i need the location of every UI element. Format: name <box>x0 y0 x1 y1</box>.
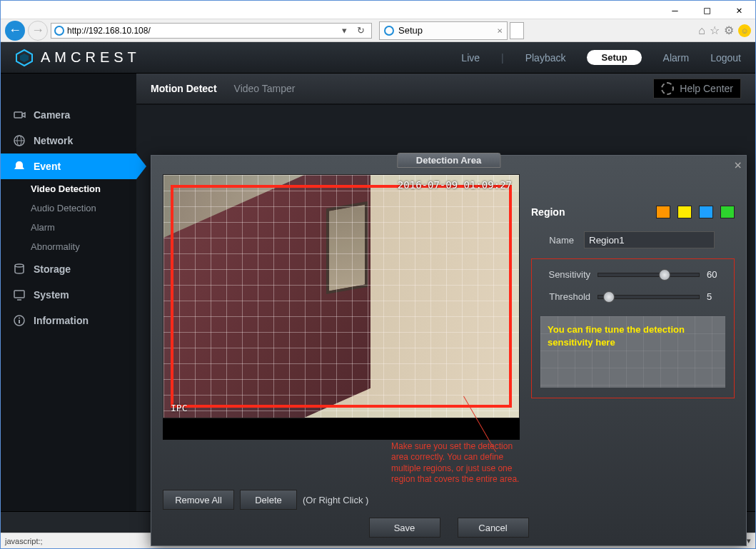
ie-icon <box>384 26 394 36</box>
nav-forward-button: → <box>28 21 48 41</box>
home-icon[interactable]: ⌂ <box>698 24 705 37</box>
video-timestamp: 2016-07-09 01:09:27 <box>398 179 512 191</box>
region-swatch-blue[interactable] <box>699 206 713 218</box>
system-icon <box>12 288 26 302</box>
sidebar-item-label: Network <box>34 135 73 146</box>
storage-icon <box>12 262 26 276</box>
dialog-close-icon[interactable]: × <box>734 157 742 172</box>
address-bar[interactable]: ▾ ↻ <box>51 23 372 39</box>
sensitivity-value: 60 <box>707 269 725 280</box>
annotation-area-note: Make sure you set the detection area cor… <box>163 440 520 490</box>
url-dropdown-icon[interactable]: ▾ <box>338 25 351 36</box>
region-swatch-orange[interactable] <box>656 206 670 218</box>
name-label: Name <box>531 235 574 246</box>
help-center-label: Help Center <box>680 83 733 94</box>
help-center-button[interactable]: Help Center <box>653 79 741 99</box>
browser-toolbar: ← → ▾ ↻ Setup × ⌂ ☆ ⚙ ☺ <box>1 19 755 42</box>
nav-alarm[interactable]: Alarm <box>663 52 690 64</box>
nav-logout[interactable]: Logout <box>710 52 741 64</box>
svg-point-6 <box>15 264 24 267</box>
svg-marker-1 <box>20 54 29 62</box>
network-icon <box>12 134 26 148</box>
sidebar-item-information[interactable]: Information <box>1 308 136 333</box>
sensitivity-slider[interactable] <box>598 273 700 277</box>
sensitivity-graph: You can fine tune the detection sensitiv… <box>540 316 725 388</box>
refresh-icon[interactable]: ↻ <box>353 25 368 36</box>
sidebar-sub-audio-detection[interactable]: Audio Detection <box>1 198 136 218</box>
sensitivity-panel: Sensitivity 60 Threshold 5 You can fine … <box>531 258 735 398</box>
save-button[interactable]: Save <box>369 518 440 538</box>
sidebar-item-system[interactable]: System <box>1 282 136 308</box>
sidebar-item-label: System <box>34 289 69 301</box>
sidebar: Camera Network Event Video Detection Aud… <box>1 74 136 511</box>
svg-rect-2 <box>14 112 22 118</box>
region-swatch-yellow[interactable] <box>677 206 692 218</box>
window-maximize[interactable]: □ <box>691 1 723 19</box>
tab-close-icon[interactable]: × <box>497 25 503 36</box>
detection-area-dialog: Detection Area × 2016-07-09 01:09:27 <box>151 155 747 546</box>
status-text: javascript:; <box>5 537 43 545</box>
svg-point-11 <box>19 318 20 319</box>
event-icon <box>12 159 26 173</box>
camera-icon <box>12 108 26 122</box>
video-ipc-label: IPC <box>171 403 187 413</box>
region-name-input[interactable] <box>584 231 715 248</box>
zoom-dropdown-icon[interactable]: ▾ <box>747 536 751 545</box>
app-header: AMCREST Live | Playback Setup Alarm Logo… <box>1 42 755 74</box>
sidebar-item-label: Event <box>34 161 61 172</box>
sidebar-item-label: Information <box>34 315 89 326</box>
tab-video-tamper[interactable]: Video Tamper <box>234 83 296 94</box>
sidebar-item-label: Storage <box>34 263 71 275</box>
threshold-value: 5 <box>707 291 725 302</box>
dialog-title: Detection Area <box>397 153 500 168</box>
url-input[interactable] <box>67 26 336 36</box>
feedback-icon[interactable]: ☺ <box>738 24 751 37</box>
video-preview[interactable]: 2016-07-09 01:09:27 IPC <box>163 174 520 418</box>
threshold-label: Threshold <box>540 291 590 302</box>
right-click-hint: (Or Right Click ) <box>303 495 368 505</box>
delete-button[interactable]: Delete <box>240 490 297 510</box>
region-color-swatches <box>656 206 735 218</box>
new-tab-button[interactable] <box>510 22 524 39</box>
tab-title: Setup <box>398 25 423 36</box>
main-nav: Live | Playback Setup Alarm Logout <box>461 50 741 65</box>
brand-text: AMCREST <box>41 49 141 66</box>
sub-tabs: Motion Detect Video Tamper Help Center <box>136 74 755 105</box>
logo-hex-icon <box>15 49 34 67</box>
sidebar-item-camera[interactable]: Camera <box>1 102 136 128</box>
help-icon <box>661 82 674 95</box>
brand-logo: AMCREST <box>15 49 141 67</box>
sidebar-item-storage[interactable]: Storage <box>1 256 136 282</box>
window-minimize[interactable]: — <box>659 1 691 19</box>
threshold-slider[interactable] <box>598 295 700 299</box>
annotation-tune-note: You can fine tune the detection sensitiv… <box>548 323 725 348</box>
region-selection[interactable] <box>171 185 512 408</box>
nav-live[interactable]: Live <box>461 52 480 64</box>
window-close[interactable]: ✕ <box>723 1 755 19</box>
sidebar-sub-abnormality[interactable]: Abnormality <box>1 237 136 256</box>
sidebar-sub-alarm[interactable]: Alarm <box>1 218 136 237</box>
remove-all-button[interactable]: Remove All <box>163 490 234 510</box>
nav-back-button[interactable]: ← <box>5 21 25 41</box>
sidebar-item-label: Camera <box>34 109 70 121</box>
info-icon <box>12 313 26 328</box>
svg-rect-7 <box>14 291 24 298</box>
sidebar-item-network[interactable]: Network <box>1 128 136 153</box>
ie-icon <box>54 26 64 36</box>
region-swatch-green[interactable] <box>720 206 735 218</box>
tools-icon[interactable]: ⚙ <box>724 24 734 37</box>
nav-setup[interactable]: Setup <box>587 50 641 65</box>
tab-motion-detect[interactable]: Motion Detect <box>151 83 217 94</box>
browser-tab[interactable]: Setup × <box>379 21 508 40</box>
sidebar-sub-video-detection[interactable]: Video Detection <box>1 179 136 198</box>
favorites-icon[interactable]: ☆ <box>710 24 720 37</box>
sensitivity-label: Sensitivity <box>540 269 590 280</box>
cancel-button[interactable]: Cancel <box>458 518 529 538</box>
sidebar-item-event[interactable]: Event <box>1 153 136 179</box>
nav-playback[interactable]: Playback <box>525 52 566 64</box>
window-titlebar: — □ ✕ <box>1 1 755 19</box>
region-label: Region <box>531 206 565 218</box>
